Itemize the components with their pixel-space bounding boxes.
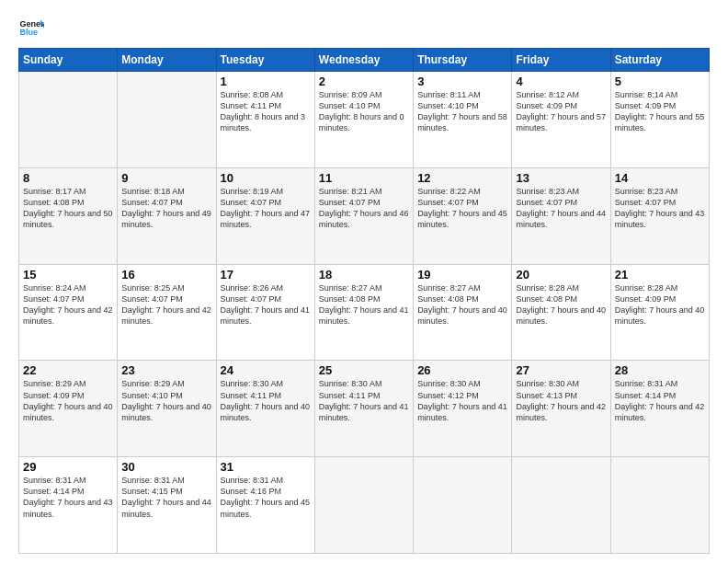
day-number: 16 bbox=[121, 268, 211, 282]
day-info: Sunrise: 8:29 AMSunset: 4:10 PMDaylight:… bbox=[121, 379, 211, 421]
page: General Blue SundayMondayTuesdayWednesda… bbox=[0, 0, 728, 563]
calendar-cell: 20 Sunrise: 8:28 AMSunset: 4:08 PMDaylig… bbox=[512, 264, 610, 361]
day-number: 14 bbox=[615, 171, 705, 185]
calendar-cell bbox=[314, 457, 413, 554]
logo: General Blue bbox=[18, 15, 44, 40]
day-info: Sunrise: 8:09 AMSunset: 4:10 PMDaylight:… bbox=[319, 90, 404, 132]
calendar-cell: 17 Sunrise: 8:26 AMSunset: 4:07 PMDaylig… bbox=[216, 264, 314, 361]
day-info: Sunrise: 8:27 AMSunset: 4:08 PMDaylight:… bbox=[319, 283, 409, 326]
day-number: 10 bbox=[221, 171, 311, 185]
day-info: Sunrise: 8:30 AMSunset: 4:12 PMDaylight:… bbox=[417, 379, 507, 421]
day-info: Sunrise: 8:23 AMSunset: 4:07 PMDaylight:… bbox=[516, 187, 606, 229]
calendar-cell bbox=[118, 72, 216, 168]
calendar-cell: 12 Sunrise: 8:22 AMSunset: 4:07 PMDaylig… bbox=[414, 167, 512, 264]
day-info: Sunrise: 8:25 AMSunset: 4:07 PMDaylight:… bbox=[121, 283, 211, 326]
day-info: Sunrise: 8:22 AMSunset: 4:07 PMDaylight:… bbox=[417, 187, 507, 229]
day-info: Sunrise: 8:26 AMSunset: 4:07 PMDaylight:… bbox=[221, 283, 311, 326]
calendar-cell: 25 Sunrise: 8:30 AMSunset: 4:11 PMDaylig… bbox=[314, 361, 413, 457]
calendar-cell: 1 Sunrise: 8:08 AMSunset: 4:11 PMDayligh… bbox=[216, 72, 314, 168]
day-header-tuesday: Tuesday bbox=[216, 49, 314, 72]
day-number: 5 bbox=[615, 75, 705, 88]
day-info: Sunrise: 8:31 AMSunset: 4:15 PMDaylight:… bbox=[121, 476, 211, 518]
day-info: Sunrise: 8:28 AMSunset: 4:08 PMDaylight:… bbox=[516, 283, 606, 326]
day-number: 20 bbox=[516, 268, 606, 282]
day-number: 3 bbox=[417, 75, 507, 88]
calendar-cell: 3 Sunrise: 8:11 AMSunset: 4:10 PMDayligh… bbox=[414, 72, 512, 168]
calendar-cell: 10 Sunrise: 8:19 AMSunset: 4:07 PMDaylig… bbox=[216, 167, 314, 264]
day-number: 22 bbox=[23, 363, 113, 377]
calendar-header-row: SundayMondayTuesdayWednesdayThursdayFrid… bbox=[19, 49, 710, 72]
day-number: 27 bbox=[516, 363, 606, 377]
day-info: Sunrise: 8:31 AMSunset: 4:14 PMDaylight:… bbox=[23, 476, 113, 518]
calendar-cell: 23 Sunrise: 8:29 AMSunset: 4:10 PMDaylig… bbox=[118, 361, 216, 457]
day-header-wednesday: Wednesday bbox=[314, 49, 413, 72]
day-info: Sunrise: 8:17 AMSunset: 4:08 PMDaylight:… bbox=[23, 187, 113, 229]
day-info: Sunrise: 8:08 AMSunset: 4:11 PMDaylight:… bbox=[221, 90, 306, 132]
day-info: Sunrise: 8:29 AMSunset: 4:09 PMDaylight:… bbox=[23, 379, 113, 421]
calendar-cell: 29 Sunrise: 8:31 AMSunset: 4:14 PMDaylig… bbox=[19, 457, 118, 554]
day-info: Sunrise: 8:31 AMSunset: 4:14 PMDaylight:… bbox=[615, 379, 705, 421]
day-info: Sunrise: 8:30 AMSunset: 4:11 PMDaylight:… bbox=[319, 379, 409, 421]
day-info: Sunrise: 8:30 AMSunset: 4:11 PMDaylight:… bbox=[221, 379, 311, 421]
day-info: Sunrise: 8:19 AMSunset: 4:07 PMDaylight:… bbox=[221, 187, 311, 229]
day-number: 17 bbox=[221, 268, 311, 282]
day-info: Sunrise: 8:28 AMSunset: 4:09 PMDaylight:… bbox=[615, 283, 705, 326]
svg-text:Blue: Blue bbox=[19, 28, 38, 37]
day-header-thursday: Thursday bbox=[414, 49, 512, 72]
day-number: 11 bbox=[319, 171, 409, 185]
day-header-friday: Friday bbox=[512, 49, 610, 72]
day-info: Sunrise: 8:24 AMSunset: 4:07 PMDaylight:… bbox=[23, 283, 113, 326]
week-row-2: 8 Sunrise: 8:17 AMSunset: 4:08 PMDayligh… bbox=[19, 167, 710, 264]
calendar-cell: 9 Sunrise: 8:18 AMSunset: 4:07 PMDayligh… bbox=[118, 167, 216, 264]
calendar-cell: 31 Sunrise: 8:31 AMSunset: 4:16 PMDaylig… bbox=[216, 457, 314, 554]
day-info: Sunrise: 8:14 AMSunset: 4:09 PMDaylight:… bbox=[615, 90, 705, 132]
day-info: Sunrise: 8:18 AMSunset: 4:07 PMDaylight:… bbox=[121, 187, 211, 229]
day-number: 1 bbox=[221, 75, 311, 88]
week-row-1: 1 Sunrise: 8:08 AMSunset: 4:11 PMDayligh… bbox=[19, 72, 710, 168]
calendar-cell: 15 Sunrise: 8:24 AMSunset: 4:07 PMDaylig… bbox=[19, 264, 118, 361]
day-info: Sunrise: 8:27 AMSunset: 4:08 PMDaylight:… bbox=[417, 283, 507, 326]
week-row-4: 22 Sunrise: 8:29 AMSunset: 4:09 PMDaylig… bbox=[19, 361, 710, 457]
calendar-cell: 16 Sunrise: 8:25 AMSunset: 4:07 PMDaylig… bbox=[118, 264, 216, 361]
calendar-cell: 28 Sunrise: 8:31 AMSunset: 4:14 PMDaylig… bbox=[610, 361, 709, 457]
day-info: Sunrise: 8:30 AMSunset: 4:13 PMDaylight:… bbox=[516, 379, 606, 421]
day-number: 18 bbox=[319, 268, 409, 282]
calendar-cell: 18 Sunrise: 8:27 AMSunset: 4:08 PMDaylig… bbox=[314, 264, 413, 361]
day-number: 19 bbox=[417, 268, 507, 282]
calendar-cell: 8 Sunrise: 8:17 AMSunset: 4:08 PMDayligh… bbox=[19, 167, 118, 264]
day-number: 15 bbox=[23, 268, 113, 282]
day-number: 28 bbox=[615, 363, 705, 377]
day-info: Sunrise: 8:23 AMSunset: 4:07 PMDaylight:… bbox=[615, 187, 705, 229]
calendar-cell: 19 Sunrise: 8:27 AMSunset: 4:08 PMDaylig… bbox=[414, 264, 512, 361]
day-number: 31 bbox=[221, 460, 311, 474]
header: General Blue bbox=[18, 15, 710, 40]
day-number: 4 bbox=[516, 75, 606, 88]
day-number: 12 bbox=[417, 171, 507, 185]
calendar-cell: 21 Sunrise: 8:28 AMSunset: 4:09 PMDaylig… bbox=[610, 264, 709, 361]
calendar-table: SundayMondayTuesdayWednesdayThursdayFrid… bbox=[18, 48, 710, 554]
calendar-cell bbox=[610, 457, 709, 554]
day-number: 13 bbox=[516, 171, 606, 185]
day-number: 24 bbox=[221, 363, 311, 377]
calendar-cell: 2 Sunrise: 8:09 AMSunset: 4:10 PMDayligh… bbox=[314, 72, 413, 168]
day-header-monday: Monday bbox=[118, 49, 216, 72]
calendar-cell: 13 Sunrise: 8:23 AMSunset: 4:07 PMDaylig… bbox=[512, 167, 610, 264]
day-info: Sunrise: 8:21 AMSunset: 4:07 PMDaylight:… bbox=[319, 187, 409, 229]
calendar-cell bbox=[414, 457, 512, 554]
calendar-cell: 26 Sunrise: 8:30 AMSunset: 4:12 PMDaylig… bbox=[414, 361, 512, 457]
week-row-5: 29 Sunrise: 8:31 AMSunset: 4:14 PMDaylig… bbox=[19, 457, 710, 554]
logo-icon: General Blue bbox=[18, 15, 44, 40]
calendar-cell: 14 Sunrise: 8:23 AMSunset: 4:07 PMDaylig… bbox=[610, 167, 709, 264]
day-number: 21 bbox=[615, 268, 705, 282]
calendar-cell: 11 Sunrise: 8:21 AMSunset: 4:07 PMDaylig… bbox=[314, 167, 413, 264]
day-info: Sunrise: 8:31 AMSunset: 4:16 PMDaylight:… bbox=[221, 476, 311, 518]
day-number: 8 bbox=[23, 171, 113, 185]
calendar-cell: 4 Sunrise: 8:12 AMSunset: 4:09 PMDayligh… bbox=[512, 72, 610, 168]
week-row-3: 15 Sunrise: 8:24 AMSunset: 4:07 PMDaylig… bbox=[19, 264, 710, 361]
day-number: 29 bbox=[23, 460, 113, 474]
day-info: Sunrise: 8:11 AMSunset: 4:10 PMDaylight:… bbox=[417, 90, 507, 132]
day-number: 23 bbox=[121, 363, 211, 377]
calendar-cell: 5 Sunrise: 8:14 AMSunset: 4:09 PMDayligh… bbox=[610, 72, 709, 168]
calendar-cell: 30 Sunrise: 8:31 AMSunset: 4:15 PMDaylig… bbox=[118, 457, 216, 554]
day-header-sunday: Sunday bbox=[19, 49, 118, 72]
